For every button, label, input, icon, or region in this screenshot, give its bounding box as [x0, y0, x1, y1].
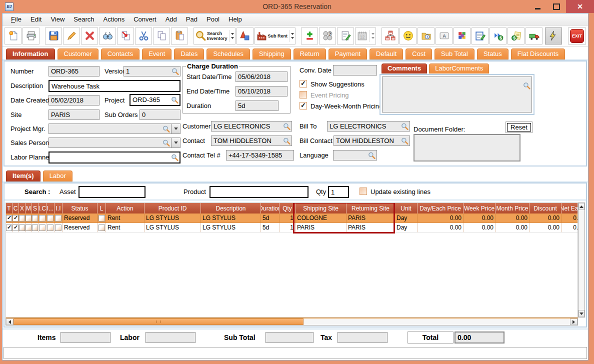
logistics-button[interactable] [236, 28, 254, 44]
menu-convert[interactable]: Convert [129, 14, 161, 24]
tab-status[interactable]: Status [476, 48, 509, 60]
date-created-field[interactable]: 05/02/2018 [48, 95, 100, 106]
row1-ii-checkbox[interactable] [55, 215, 62, 222]
language-field[interactable] [333, 150, 377, 160]
invoice-button[interactable]: $ [508, 28, 524, 44]
row1-m-checkbox[interactable] [26, 215, 32, 222]
col-header-week-price[interactable]: Week Price [464, 203, 496, 214]
edit-document-button[interactable] [472, 28, 488, 44]
menu-add[interactable]: Add [161, 14, 182, 24]
col-header-day-each-price[interactable]: Day/Each Price [418, 203, 464, 214]
product-cubes-button[interactable] [454, 28, 470, 44]
project-mgr-search-icon[interactable] [162, 125, 170, 132]
quick-actions-button[interactable] [545, 28, 562, 44]
col-header-duration[interactable]: Duration [261, 203, 280, 214]
transfer-button[interactable] [117, 28, 134, 44]
tab-information[interactable]: Information [6, 48, 56, 60]
col-header-status[interactable]: Status [62, 203, 98, 214]
col-header-discount[interactable]: Discount [530, 203, 562, 214]
tab-shipping[interactable]: Shipping [252, 48, 292, 60]
tab-return[interactable]: Return [293, 48, 326, 60]
search-inventory-dropdown[interactable] [229, 30, 234, 42]
col-header-s[interactable]: S [32, 203, 38, 214]
labor-planner-field[interactable] [48, 152, 180, 164]
row2-x-checkbox[interactable] [19, 224, 25, 231]
col-header-qty[interactable]: Qty [280, 203, 296, 214]
close-button[interactable]: ✕ [566, 0, 594, 13]
update-existing-lines-checkbox[interactable] [360, 188, 367, 195]
sub-rent-button[interactable]: Sub Rent [254, 28, 296, 44]
description-field[interactable] [48, 80, 180, 92]
folder-time-button[interactable] [418, 28, 434, 44]
tab-contacts[interactable]: Contacts [100, 48, 140, 60]
col-header-product-id[interactable]: Product ID [144, 203, 201, 214]
scroll-up-button[interactable] [578, 203, 584, 210]
col-header-idots[interactable]: I... [46, 203, 54, 214]
org-chart-button[interactable] [382, 28, 398, 44]
asset-search-input[interactable] [78, 186, 146, 198]
day-week-month-checkbox[interactable] [300, 102, 307, 110]
menu-search[interactable]: Search [69, 14, 98, 24]
contact-field[interactable]: TOM HIDDLESTON [211, 136, 292, 146]
comments-textarea[interactable] [382, 76, 532, 112]
paste-button[interactable] [171, 28, 188, 44]
tab-items[interactable]: Item(s) [6, 170, 41, 182]
grid-row-2[interactable]: Reserved Rent LG STYLUS LG STYLUS 5d 1 P… [6, 223, 578, 232]
row2-ii-checkbox[interactable] [55, 224, 62, 231]
find-button[interactable] [99, 28, 116, 44]
smiley-button[interactable] [400, 28, 416, 44]
maximize-button[interactable] [547, 0, 566, 13]
tab-default[interactable]: Default [369, 48, 404, 60]
scroll-right-button[interactable] [570, 318, 578, 325]
menu-help[interactable]: Help [224, 14, 246, 24]
col-header-c[interactable]: C [12, 203, 19, 214]
calendar-dropdown[interactable] [370, 30, 374, 42]
tab-customer[interactable]: Customer [57, 48, 99, 60]
transport-button[interactable] [526, 28, 542, 44]
col-header-x[interactable]: X [19, 203, 26, 214]
version-field[interactable]: 1 [124, 66, 180, 76]
tab-sub-total[interactable]: Sub Total [434, 48, 475, 60]
menu-file[interactable]: File [6, 14, 26, 24]
tab-schedules[interactable]: Schedules [206, 48, 250, 60]
search-inventory-button[interactable]: SearchInventory [194, 28, 236, 44]
col-header-l[interactable]: L [98, 203, 106, 214]
col-header-m[interactable]: M [26, 203, 32, 214]
row2-ic-checkbox[interactable] [39, 224, 46, 231]
grid-vertical-scrollbar[interactable] [578, 202, 585, 318]
col-header-shipping-site[interactable]: Shipping Site [296, 203, 346, 214]
sub-rent-dropdown[interactable] [289, 30, 294, 42]
start-date-field[interactable]: 05/06/2018 [236, 72, 288, 82]
row1-ic-checkbox[interactable] [39, 215, 46, 222]
row2-c-checkbox[interactable] [12, 224, 18, 231]
tab-labor-comments[interactable]: LaborComments [428, 63, 490, 74]
print-button[interactable] [22, 28, 40, 44]
sales-person-dropdown[interactable] [171, 138, 180, 148]
row2-s-checkbox[interactable] [32, 224, 38, 231]
col-header-description[interactable]: Description [201, 203, 261, 214]
project-search-icon[interactable] [171, 96, 178, 104]
show-suggestions-checkbox[interactable] [300, 80, 307, 88]
end-date-field[interactable]: 05/10/2018 [236, 86, 288, 96]
row2-m-checkbox[interactable] [26, 224, 32, 231]
row2-idots-checkbox[interactable] [47, 224, 54, 231]
tab-payment[interactable]: Payment [328, 48, 368, 60]
labor-planner-search-icon[interactable] [171, 154, 178, 162]
sales-person-field[interactable] [48, 138, 172, 148]
menu-edit[interactable]: Edit [26, 14, 46, 24]
query-group-button[interactable]: ? [319, 28, 336, 44]
row1-l-checkbox[interactable] [98, 215, 105, 222]
sales-person-search-icon[interactable] [162, 139, 170, 146]
tab-labor[interactable]: Labor [42, 170, 73, 182]
col-header-month-price[interactable]: Month Price [496, 203, 530, 214]
site-field[interactable]: PARIS [48, 110, 100, 120]
payments-button[interactable]: $ [490, 28, 506, 44]
row2-l-checkbox[interactable] [98, 224, 105, 231]
reset-button[interactable]: Reset [506, 122, 532, 133]
contact-search-icon[interactable] [283, 137, 290, 144]
bill-contact-field[interactable]: TOM HIDDLESTON [334, 136, 410, 146]
tab-cost[interactable]: Cost [405, 48, 432, 60]
tab-event[interactable]: Event [142, 48, 172, 60]
language-search-icon[interactable] [368, 152, 376, 159]
menu-pool[interactable]: Pool [202, 14, 224, 24]
